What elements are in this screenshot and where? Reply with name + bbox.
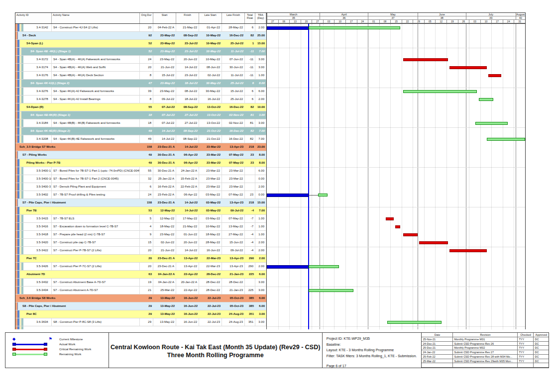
week-tick-label: 08 xyxy=(379,20,391,23)
cell-tra: 0.00 xyxy=(255,175,266,183)
revision-cell: TYY xyxy=(517,355,533,359)
activity-row: 3.5-3426S7 - Construct Pier P-7C-S7 (2 L… xyxy=(15,263,266,271)
month-number: 40 xyxy=(516,16,525,20)
week-gridline xyxy=(323,24,324,329)
milestone-diamond-icon: ◆ xyxy=(12,337,15,341)
cell-finish: 23-Jul-22 xyxy=(176,40,199,47)
cell-tra: 3.00 xyxy=(255,56,266,63)
month-label: June xyxy=(418,13,466,16)
cell-od: 52 xyxy=(140,48,153,55)
cell-lf: 16-Dec-22 xyxy=(222,127,245,135)
revision-row: 25-Nov-21Monthly Programme M31TYYDC xyxy=(422,337,549,342)
activity-row: 3.5-3418S7 - Prepare pile head (2 nrs) C… xyxy=(15,231,266,239)
cell-od: 20 xyxy=(140,24,153,31)
cell-tf: 225 xyxy=(245,271,255,278)
cell-od: 29 xyxy=(140,294,153,302)
cell-tra: 6.00 xyxy=(255,88,266,95)
cell-lf: 02-Nov-22 xyxy=(222,119,245,127)
project-id: Project ID: KTE-WP29_M35 xyxy=(327,336,422,342)
week-tick-label: 01 xyxy=(368,20,379,23)
cell-lf: 24-Aug-23 xyxy=(222,310,245,318)
cell-lf: 23-Mar-22 xyxy=(222,175,245,183)
week-tick-label: 17 xyxy=(491,20,503,23)
group-color-stripes xyxy=(15,318,23,326)
week-tick-label: 26 xyxy=(458,20,469,23)
cell-od: 158 xyxy=(140,199,153,206)
column-header-id: Activity ID xyxy=(15,13,52,23)
cell-od: 5 xyxy=(140,215,153,222)
week-gridline xyxy=(289,24,290,329)
cell-ls: 13-Oct-22 xyxy=(199,103,222,111)
week-tick-label: 03 xyxy=(323,20,334,23)
cell-start: 18-May-22 xyxy=(153,223,176,230)
connector-work-bar xyxy=(309,195,318,196)
cell-id: 3.5-3415 xyxy=(23,215,52,222)
cell-od: 49 xyxy=(140,127,153,135)
week-tick-label: 27 xyxy=(312,20,323,23)
week-gridline xyxy=(480,24,481,329)
cell-finish: 14-Jul-22 xyxy=(176,199,199,206)
critical-work-bar xyxy=(488,74,501,77)
cell-tf: -7 xyxy=(245,215,255,222)
cell-id: 3.5-3434 xyxy=(23,287,52,294)
week-gridline xyxy=(413,24,413,329)
cell-ls: 08-Jun-22 xyxy=(199,64,222,71)
cell-ls: 10-May-22 xyxy=(199,32,222,39)
cell-name: S7 - Construct Abutment A-7D-S7 xyxy=(52,287,140,294)
cell-name: S7 - Construct pile cap C-7B-S7 xyxy=(52,239,140,246)
activity-row: 3.4-3142S4 - Construct Pier 4J-S4 (2 Lif… xyxy=(15,24,266,32)
cell-tra: 15.00 xyxy=(255,40,266,47)
cell-ls: 03-May-22 xyxy=(199,215,222,222)
cell-start: 13-May-22 xyxy=(153,302,176,310)
remaining-work-bar xyxy=(479,98,493,101)
revision-cell: DC xyxy=(533,350,549,355)
cell-finish: 20-Jun-22 xyxy=(176,239,199,246)
cell-start: 13-May-22 xyxy=(153,310,176,318)
revision-cell: Submit CSD Programme Rev 28 with M34 Mo.… xyxy=(452,355,517,359)
cell-start: 04-Jan-22 A xyxy=(153,279,176,286)
revision-cell: Checked xyxy=(517,333,533,337)
cell-ls: 23-Mar-22 xyxy=(199,151,222,159)
week-tick-label: 06 xyxy=(278,20,290,23)
cell-tra: 2.00 xyxy=(255,255,266,262)
cell-od: 39 xyxy=(140,88,153,95)
cell-lf: 16-Dec-22 xyxy=(222,32,245,39)
cell-start: 30-Dec-21 A xyxy=(153,167,176,175)
cell-lf: 05-Oct-23 xyxy=(222,302,245,310)
group-band-row: S8 - Pile Caps, Pier / Abutment2913-May-… xyxy=(15,302,266,310)
activity-row: 3.5-3416S7 - Excavation down to formatio… xyxy=(15,223,266,231)
cell-ls: 13-Oct-22 xyxy=(199,111,222,119)
cell-lf: 09-Jul-22 xyxy=(222,247,245,254)
cell-start: 30-Dec-21 A xyxy=(153,159,176,167)
revision-row: 24-Dec-21Submit CSD Programme Rev 26TYYD… xyxy=(422,342,549,346)
cell-name: S4 - Span 4B(B) - 4K(B) Falsework and fo… xyxy=(52,119,140,127)
sight-line xyxy=(267,207,525,207)
cell-name: S7 - Excavation down to formation level … xyxy=(52,223,140,230)
cell-finish: 06-Apr-22 xyxy=(176,151,199,159)
cell-lf: 13-Apr-23 xyxy=(222,255,245,262)
cell-tf: -11 xyxy=(245,48,255,55)
cell-name: S4 - Span 4K(B)-4E Falsework and formwor… xyxy=(52,135,140,143)
cell-tf xyxy=(245,279,255,286)
cell-lf: 13-Apr-23 xyxy=(222,263,245,270)
cell-start: 25-Mar-22 xyxy=(153,287,176,294)
cell-finish: 14-Jul-22 xyxy=(176,207,199,214)
cell-ls: 23-Mar-22 xyxy=(199,167,222,175)
week-gridline xyxy=(278,24,279,329)
cell-finish: 16-Jun-22 xyxy=(176,302,199,310)
revision-cell: DC xyxy=(533,359,549,364)
revision-row xyxy=(422,363,549,368)
cell-od: 53 xyxy=(140,207,153,214)
group-band-row: Pier 7B5312-May-2214-Jul-2203-May-2209-J… xyxy=(15,207,266,215)
cell-tf: 23 xyxy=(245,159,255,167)
cell-tra: 3.00 xyxy=(255,287,266,294)
cell-ls: 16-Jul-22 xyxy=(199,96,222,103)
cell-od: 29 xyxy=(140,302,153,310)
cell-tra: 2.00 xyxy=(255,183,266,191)
column-header-od: Orig Dur xyxy=(140,13,153,23)
activity-row: 3.5-3402S7 - 7B-S7 Proof drilling & Pile… xyxy=(15,191,266,199)
cell-name: Piling Works - Pier P-7B xyxy=(26,159,140,167)
week-tick-label: 27 xyxy=(267,20,278,23)
week-tick-label: 13 xyxy=(289,20,301,23)
cell-name: S4 - Span 4B(A) - 4K(A) Deck Section xyxy=(52,72,140,79)
